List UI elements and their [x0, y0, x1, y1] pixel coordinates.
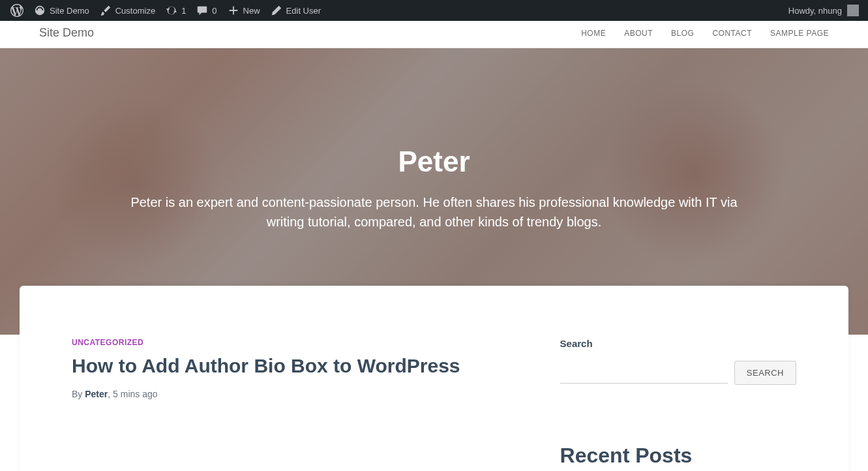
admin-comments[interactable]: 0	[191, 0, 222, 21]
post-by-label: By	[72, 389, 85, 399]
avatar	[847, 5, 859, 16]
admin-bar-left: Site Demo Customize 1 0 New	[5, 0, 326, 21]
admin-edit-user[interactable]: Edit User	[265, 0, 326, 21]
admin-howdy: Howdy, nhung	[788, 6, 842, 16]
plus-icon	[228, 5, 239, 16]
post-separator: ,	[108, 389, 113, 399]
post-meta: By Peter, 5 mins ago	[72, 389, 521, 399]
site-header: Site Demo HOME ABOUT BLOG CONTACT SAMPLE…	[0, 21, 868, 48]
wordpress-icon	[10, 4, 23, 17]
admin-comments-count: 0	[212, 6, 217, 16]
admin-new[interactable]: New	[222, 0, 265, 21]
hero-content: Peter Peter is an expert and content-pas…	[108, 48, 760, 232]
admin-updates-count: 1	[181, 6, 186, 16]
admin-customize[interactable]: Customize	[95, 0, 160, 21]
post-title[interactable]: How to Add Author Bio Box to WordPress	[72, 355, 521, 377]
site-title[interactable]: Site Demo	[39, 26, 94, 40]
admin-updates[interactable]: 1	[160, 0, 191, 21]
update-icon	[166, 5, 177, 16]
wp-logo[interactable]	[5, 0, 29, 21]
recent-posts-title: Recent Posts	[560, 444, 796, 468]
search-button[interactable]: SEARCH	[734, 361, 796, 385]
primary-nav: HOME ABOUT BLOG CONTACT SAMPLE PAGE	[581, 29, 829, 38]
main-column: UNCATEGORIZED How to Add Author Bio Box …	[72, 338, 521, 471]
admin-bar-right[interactable]: Howdy, nhung	[788, 5, 863, 16]
nav-sample-page[interactable]: SAMPLE PAGE	[770, 29, 829, 38]
comment-icon	[196, 5, 208, 16]
admin-edit-user-label: Edit User	[286, 6, 321, 16]
post-time[interactable]: 5 mins ago	[113, 389, 157, 399]
post-category[interactable]: UNCATEGORIZED	[72, 338, 521, 347]
nav-contact[interactable]: CONTACT	[712, 29, 752, 38]
wp-admin-bar: Site Demo Customize 1 0 New	[0, 0, 868, 21]
content-card: UNCATEGORIZED How to Add Author Bio Box …	[20, 286, 848, 471]
nav-about[interactable]: ABOUT	[624, 29, 653, 38]
search-form: SEARCH	[560, 361, 796, 385]
search-widget-title: Search	[560, 338, 796, 349]
nav-blog[interactable]: BLOG	[671, 29, 694, 38]
nav-home[interactable]: HOME	[581, 29, 606, 38]
author-title: Peter	[108, 145, 760, 178]
admin-site-name: Site Demo	[50, 6, 89, 16]
pencil-icon	[271, 5, 282, 16]
post-author[interactable]: Peter	[85, 389, 108, 399]
author-description: Peter is an expert and content-passionat…	[108, 192, 760, 232]
dashboard-icon	[34, 5, 46, 16]
admin-customize-label: Customize	[115, 6, 155, 16]
sidebar-column: Search SEARCH Recent Posts	[560, 338, 796, 471]
search-input[interactable]	[560, 363, 728, 384]
admin-site-link[interactable]: Site Demo	[29, 0, 95, 21]
admin-new-label: New	[243, 6, 260, 16]
brush-icon	[100, 5, 112, 16]
